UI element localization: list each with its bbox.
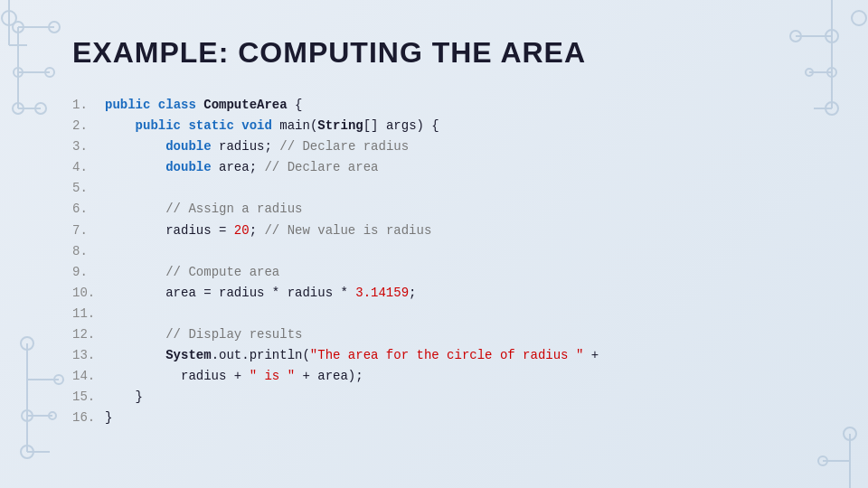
- code-text-3: double radius; // Declare radius: [105, 136, 409, 157]
- code-line-1: 1. public class ComputeArea {: [72, 95, 796, 116]
- line-num-1: 1.: [72, 95, 105, 116]
- code-text-6: // Assign a radius: [105, 199, 302, 220]
- code-text-7: radius = 20; // New value is radius: [105, 221, 431, 241]
- line-num-16: 16.: [72, 408, 105, 428]
- line-num-15: 15.: [72, 387, 105, 408]
- code-text-12: // Display results: [105, 324, 302, 345]
- code-text-11: [105, 304, 112, 324]
- code-text-8: [105, 241, 112, 262]
- line-num-2: 2.: [72, 116, 105, 136]
- code-text-1: public class ComputeArea {: [105, 95, 302, 116]
- code-line-6: 6. // Assign a radius: [72, 199, 796, 220]
- code-line-8: 8.: [72, 241, 796, 262]
- code-text-5: [105, 178, 112, 199]
- code-line-13: 13. System.out.println("The area for the…: [72, 345, 796, 366]
- code-line-3: 3. double radius; // Declare radius: [72, 136, 796, 157]
- code-line-9: 9. // Compute area: [72, 262, 796, 283]
- line-num-6: 6.: [72, 199, 105, 220]
- code-text-16: }: [105, 408, 112, 428]
- code-text-13: System.out.println("The area for the cir…: [105, 345, 599, 366]
- line-num-14: 14.: [72, 366, 105, 387]
- line-num-5: 5.: [72, 178, 105, 199]
- page-title: EXAMPLE: COMPUTING THE AREA: [72, 36, 796, 70]
- code-line-7: 7. radius = 20; // New value is radius: [72, 221, 796, 241]
- line-num-7: 7.: [72, 221, 105, 241]
- code-line-14: 14. radius + " is " + area);: [72, 366, 796, 387]
- code-line-5: 5.: [72, 178, 796, 199]
- line-num-4: 4.: [72, 157, 105, 178]
- code-line-4: 4. double area; // Declare area: [72, 157, 796, 178]
- code-text-10: area = radius * radius * 3.14159;: [105, 283, 416, 304]
- line-num-13: 13.: [72, 345, 105, 366]
- line-num-8: 8.: [72, 241, 105, 262]
- code-text-2: public static void main(String[] args) {: [105, 116, 439, 136]
- code-text-4: double area; // Declare area: [105, 157, 378, 178]
- code-block: 1. public class ComputeArea { 2. public …: [72, 95, 796, 429]
- main-content: EXAMPLE: COMPUTING THE AREA 1. public cl…: [0, 0, 868, 447]
- line-num-11: 11.: [72, 304, 105, 324]
- line-num-12: 12.: [72, 324, 105, 345]
- code-text-15: }: [105, 387, 143, 408]
- code-line-15: 15. }: [72, 387, 796, 408]
- code-text-14: radius + " is " + area);: [105, 366, 363, 387]
- line-num-10: 10.: [72, 283, 105, 304]
- code-line-2: 2. public static void main(String[] args…: [72, 116, 796, 136]
- code-line-10: 10. area = radius * radius * 3.14159;: [72, 283, 796, 304]
- code-line-11: 11.: [72, 304, 796, 324]
- line-num-9: 9.: [72, 262, 105, 283]
- line-num-3: 3.: [72, 136, 105, 157]
- code-line-16: 16. }: [72, 408, 796, 428]
- code-line-12: 12. // Display results: [72, 324, 796, 345]
- code-text-9: // Compute area: [105, 262, 279, 283]
